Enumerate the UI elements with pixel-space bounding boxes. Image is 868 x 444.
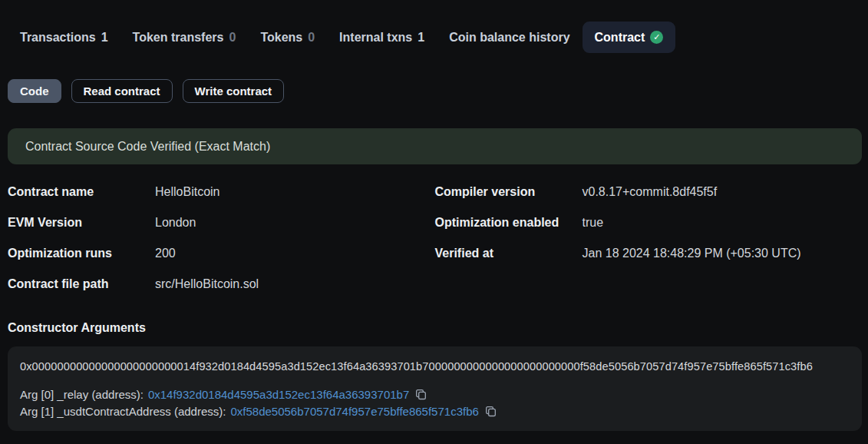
tab-label: Token transfers [133,31,224,45]
detail-label: Compiler version [435,185,583,199]
detail-label: EVM Version [8,216,155,230]
details-right-column: Compiler version v0.8.17+commit.8df45f5f… [435,185,863,308]
copy-icon[interactable] [414,389,427,400]
contract-subnav: Code Read contract Write contract [8,79,862,103]
constructor-arg-row: Arg [0] _relay (address): 0x14f932d0184d… [20,386,850,403]
arg-address-link[interactable]: 0x14f932d0184d4595a3d152ec13f64a36393701… [148,386,409,403]
arg-label: Arg [1] _usdtContractAddress (address): [20,403,226,420]
detail-value: HelloBitcoin [155,185,219,199]
verified-banner: Contract Source Code Verified (Exact Mat… [8,128,862,164]
tab-transactions[interactable]: Transactions 1 [8,22,120,53]
tab-label: Internal txns [339,31,412,45]
read-contract-button[interactable]: Read contract [71,79,173,103]
tab-count: 0 [308,31,315,45]
contract-page-tabbar: Transactions 1 Token transfers 0 Tokens … [8,22,862,53]
tab-label: Coin balance history [449,31,569,45]
detail-contract-file-path: Contract file path src/HelloBitcoin.sol [8,277,435,308]
detail-optimization-runs: Optimization runs 200 [8,247,435,277]
detail-value: src/HelloBitcoin.sol [155,277,259,291]
constructor-arguments-title: Constructor Arguments [8,321,862,335]
tab-label: Tokens [260,31,302,45]
arg-label: Arg [0] _relay (address): [20,386,144,403]
details-left-column: Contract name HelloBitcoin EVM Version L… [8,185,435,308]
tab-contract[interactable]: Contract ✓ [583,22,676,53]
detail-value: v0.8.17+commit.8df45f5f [583,185,718,199]
constructor-raw-hex: 0x00000000000000000000000014f932d0184d45… [20,360,850,373]
tab-count: 0 [229,31,236,45]
constructor-arg-list: Arg [0] _relay (address): 0x14f932d0184d… [20,386,850,419]
detail-label: Optimization runs [8,247,155,260]
tab-count: 1 [101,31,108,45]
detail-label: Contract name [8,185,155,199]
detail-label: Contract file path [8,277,155,291]
constructor-arg-row: Arg [1] _usdtContractAddress (address): … [20,403,850,420]
detail-value: true [583,216,604,230]
contract-details: Contract name HelloBitcoin EVM Version L… [8,185,862,308]
verified-banner-text: Contract Source Code Verified (Exact Mat… [25,140,270,154]
detail-label: Verified at [435,247,583,260]
detail-compiler-version: Compiler version v0.8.17+commit.8df45f5f [435,185,863,216]
write-contract-button[interactable]: Write contract [183,79,285,103]
verified-check-icon: ✓ [650,31,663,44]
tab-label: Contract [595,31,645,45]
copy-icon[interactable] [484,406,497,417]
detail-evm-version: EVM Version London [8,216,435,247]
detail-contract-name: Contract name HelloBitcoin [8,185,435,216]
tab-coin-balance-history[interactable]: Coin balance history [437,22,582,53]
detail-verified-at: Verified at Jan 18 2024 18:48:29 PM (+05… [435,247,863,277]
tab-count: 1 [417,31,424,45]
tab-token-transfers[interactable]: Token transfers 0 [120,22,249,53]
tab-tokens[interactable]: Tokens 0 [248,22,327,53]
code-button[interactable]: Code [8,79,61,103]
detail-value: Jan 18 2024 18:48:29 PM (+05:30 UTC) [583,247,801,260]
constructor-arguments-block: 0x00000000000000000000000014f932d0184d45… [8,346,862,431]
tab-internal-txns[interactable]: Internal txns 1 [327,22,437,53]
detail-value: London [155,216,196,230]
detail-label: Optimization enabled [435,216,583,230]
detail-value: 200 [155,247,176,260]
tab-label: Transactions [20,31,96,45]
arg-address-link[interactable]: 0xf58de5056b7057d74f957e75bffe865f571c3f… [230,403,478,420]
detail-optimization-enabled: Optimization enabled true [435,216,863,247]
